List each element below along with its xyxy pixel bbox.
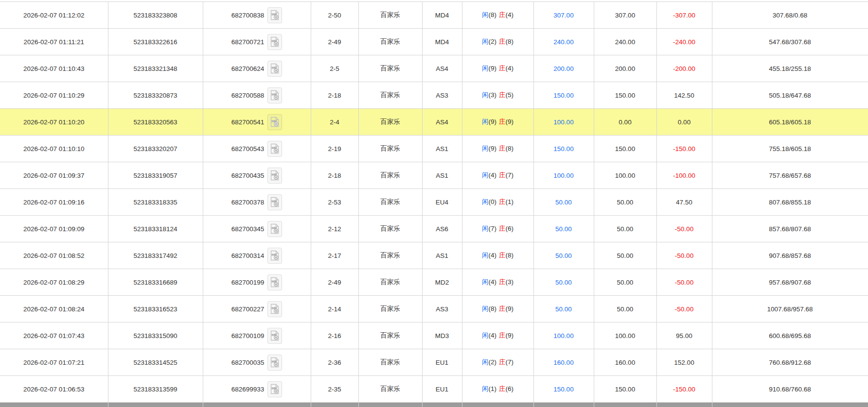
table-row[interactable]: 2026-02-07 01:07:43 523183315090 6827001… [0,322,868,349]
result-cell: 闲(2)庄(8) [462,29,533,55]
balance-after: 760.68/912.68 [712,349,868,376]
table-code: AS4 [422,109,462,136]
player-label: 闲 [482,358,489,366]
table-shoe-round: 2-35 [311,376,358,403]
table-row[interactable]: 2026-02-07 01:08:29 523183316689 6827001… [0,269,868,296]
player-label: 闲 [482,11,489,18]
result-cell: 闲(1)庄(6) [462,376,533,403]
table-row[interactable]: 2026-02-07 01:08:24 523183316523 6827002… [0,296,868,322]
bet-time: 2026-02-07 01:09:37 [0,162,108,189]
bet-amount-link[interactable]: 50.00 [555,252,572,259]
video-film-icon [270,143,280,154]
bet-amount-link[interactable]: 50.00 [555,225,572,233]
table-row[interactable]: 2026-02-07 01:10:29 523183320873 6827005… [0,82,868,109]
table-row[interactable]: 2026-02-07 01:07:21 523183314525 6827000… [0,349,868,376]
bet-amount-link[interactable]: 240.00 [553,38,573,46]
game-name: 百家乐 [358,2,422,29]
result-cell: 闲(4)庄(3) [462,269,533,296]
player-score: (1) [489,385,497,392]
table-code: AS4 [422,55,462,82]
round-cell: 682700035 [203,349,311,376]
video-replay-button[interactable] [267,221,282,237]
balance-after: 757.68/657.68 [712,162,868,189]
bet-amount-link[interactable]: 50.00 [555,305,572,313]
table-shoe-round: 2-12 [311,216,358,242]
video-replay-button[interactable] [267,274,282,290]
table-row[interactable]: 2026-02-07 01:06:53 523183313599 6826999… [0,376,868,403]
bet-amount-cell: 150.00 [533,82,594,109]
video-replay-button[interactable] [267,61,282,77]
video-replay-button[interactable] [267,168,282,184]
player-score: (7) [489,225,497,232]
valid-amount: 100.00 [594,162,656,189]
video-replay-button[interactable] [267,141,282,157]
table-row[interactable]: 2026-02-07 01:10:10 523183320207 6827005… [0,136,868,162]
player-score: (9) [489,145,497,152]
video-replay-button[interactable] [267,7,282,23]
video-replay-button[interactable] [267,87,282,103]
subtotal-empty-cell [311,403,358,407]
valid-amount: 50.00 [594,242,656,269]
result-cell: 闲(8)庄(9) [462,296,533,322]
video-replay-button[interactable] [267,381,282,397]
balance-after: 307.68/0.68 [712,2,868,29]
banker-label: 庄 [499,225,506,232]
table-shoe-round: 2-36 [311,349,358,376]
game-name: 百家乐 [358,162,422,189]
result-cell: 闲(4)庄(9) [462,322,533,349]
bet-amount-link[interactable]: 100.00 [553,332,573,339]
bet-amount-link[interactable]: 200.00 [553,65,573,72]
bet-amount-link[interactable]: 160.00 [553,359,573,366]
banker-score: (8) [506,38,514,45]
bet-amount-cell: 100.00 [533,322,594,349]
table-shoe-round: 2-18 [311,82,358,109]
video-replay-button[interactable] [267,328,282,344]
bet-amount-link[interactable]: 50.00 [555,199,572,206]
video-replay-button[interactable] [267,114,282,130]
game-name: 百家乐 [358,296,422,322]
banker-score: (5) [506,91,514,99]
bet-time: 2026-02-07 01:10:20 [0,109,108,136]
bet-amount-link[interactable]: 100.00 [553,172,573,179]
video-replay-button[interactable] [267,248,282,264]
subtotal-count: 33 [108,403,203,407]
table-row[interactable]: 2026-02-07 01:10:43 523183321348 6827006… [0,55,868,82]
table-shoe-round: 2-14 [311,296,358,322]
table-row[interactable]: 2026-02-07 01:11:21 523183322616 6827007… [0,29,868,55]
bet-amount-link[interactable]: 150.00 [553,92,573,99]
table-row[interactable]: 2026-02-07 01:12:02 523183323808 6827008… [0,2,868,29]
table-row[interactable]: 2026-02-07 01:10:20 523183320563 6827005… [0,109,868,136]
table-row[interactable]: 2026-02-07 01:09:37 523183319057 6827004… [0,162,868,189]
bet-amount-link[interactable]: 50.00 [555,279,572,286]
banker-label: 庄 [499,252,506,259]
video-replay-button[interactable] [267,301,282,317]
bet-amount-cell: 50.00 [533,242,594,269]
banker-label: 庄 [499,385,506,392]
table-shoe-round: 2-5 [311,55,358,82]
bet-amount-link[interactable]: 100.00 [553,119,573,126]
table-code: AS3 [422,82,462,109]
bet-amount-link[interactable]: 150.00 [553,145,573,153]
banker-score: (8) [506,252,514,259]
balance-after: 755.18/605.18 [712,136,868,162]
table-row[interactable]: 2026-02-07 01:09:16 523183318335 6827003… [0,189,868,216]
video-replay-button[interactable] [267,355,282,371]
bet-amount-cell: 160.00 [533,349,594,376]
round-id: 682700227 [231,305,265,313]
banker-label: 庄 [499,118,506,125]
table-row[interactable]: 2026-02-07 01:08:52 523183317492 6827003… [0,242,868,269]
player-label: 闲 [482,118,489,125]
bet-id: 523183320207 [108,136,203,162]
game-name: 百家乐 [358,136,422,162]
winloss-amount: 142.50 [656,82,712,109]
player-label: 闲 [482,332,489,339]
balance-after: 807.68/855.18 [712,189,868,216]
bet-time: 2026-02-07 01:12:02 [0,2,108,29]
table-shoe-round: 2-16 [311,322,358,349]
bet-amount-link[interactable]: 307.00 [553,12,573,19]
bet-amount-link[interactable]: 150.00 [553,386,573,393]
video-replay-button[interactable] [267,34,282,50]
round-id: 682699933 [231,386,265,393]
video-replay-button[interactable] [267,194,282,210]
table-row[interactable]: 2026-02-07 01:09:09 523183318124 6827003… [0,216,868,242]
